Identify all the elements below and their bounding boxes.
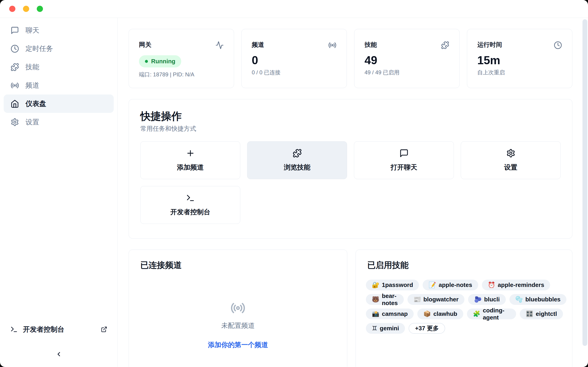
add-first-channel-link[interactable]: 添加你的第一个频道 (208, 341, 268, 349)
sidebar-nav: 聊天 定时任务 技能 频道 仪表盘 (0, 18, 117, 134)
app-body: 聊天 定时任务 技能 频道 仪表盘 (0, 18, 588, 367)
skills-card-header: 技能 (364, 41, 449, 49)
sidebar-item-label: 定时任务 (26, 44, 53, 53)
broadcast-icon (10, 81, 19, 90)
open-chat-button[interactable]: 打开聊天 (354, 141, 454, 179)
sidebar-item-label: 聊天 (26, 26, 39, 35)
quick-actions-grid: 添加频道 浏览技能 打开聊天 设置 (140, 141, 561, 224)
gateway-card-title: 网关 (139, 41, 151, 48)
skill-chip-bluebubbles: 🫧bluebubbles (510, 294, 567, 305)
lock-emoji-icon: 🔐 (372, 282, 379, 289)
plus-icon (186, 149, 195, 158)
skill-chip-camsnap: 📸camsnap (366, 309, 414, 319)
activity-icon (216, 41, 224, 49)
collapse-sidebar-button[interactable] (52, 348, 66, 360)
uptime-value: 15m (477, 54, 562, 67)
skill-chip-coding-agent: 🧩coding-agent (467, 309, 516, 319)
dashboard-main: 网关 Running 端口: 18789 | PID: N/A 频道 0 (118, 18, 588, 367)
skill-chip-apple-notes: 📝apple-notes (423, 280, 478, 290)
app-window: 聊天 定时任务 技能 频道 仪表盘 (0, 0, 588, 367)
skill-chip-1password: 🔐1password (366, 280, 419, 290)
developer-console-button[interactable]: 开发者控制台 (140, 186, 240, 224)
sidebar-item-label: 频道 (26, 81, 39, 90)
skill-name: blucli (484, 296, 500, 303)
developer-console-label: 开发者控制台 (23, 325, 64, 334)
broadcast-icon (230, 300, 246, 316)
scrollbar[interactable] (582, 19, 587, 346)
puzzle-icon (293, 149, 302, 158)
more-skills-chip[interactable]: +37 更多 (409, 323, 445, 334)
gateway-card: 网关 Running 端口: 18789 | PID: N/A (129, 29, 234, 88)
sidebar-item-skills[interactable]: 技能 (4, 58, 114, 76)
terminal-icon (10, 325, 18, 333)
skill-chip-eightctl: 🎛️eightctl (520, 309, 563, 319)
skill-chip-blogwatcher: 📰blogwatcher (407, 294, 465, 305)
chip-row: 🐻bear-notes 📰blogwatcher 🫐blucli 🫧bluebu… (366, 294, 563, 305)
bottom-row: 已连接频道 未配置频道 添加你的第一个频道 已启用技能 🔐1password 📝… (129, 250, 572, 367)
skill-name: gemini (380, 325, 399, 332)
uptime-card-title: 运行时间 (477, 41, 502, 48)
skill-chip-apple-reminders: ⏰apple-reminders (482, 280, 550, 290)
skill-chip-bear-notes: 🐻bear-notes (366, 294, 404, 305)
skills-card-title: 技能 (364, 41, 377, 48)
running-status-badge: Running (139, 55, 181, 67)
quick-actions-panel: 快捷操作 常用任务和快捷方式 添加频道 浏览技能 打开聊天 (129, 99, 572, 239)
skill-name: bluebubbles (525, 296, 561, 303)
sidebar-item-label: 技能 (26, 62, 39, 72)
titlebar (0, 0, 588, 18)
chat-icon (10, 26, 19, 35)
sidebar-item-scheduled-tasks[interactable]: 定时任务 (4, 40, 114, 58)
skill-name: camsnap (382, 310, 408, 317)
chat-icon (399, 149, 409, 158)
puzzle-emoji-icon: 🧩 (473, 310, 480, 317)
sidebar-item-channels[interactable]: 频道 (4, 76, 114, 94)
skills-chip-list: 🔐1password 📝apple-notes ⏰apple-reminders… (365, 280, 563, 334)
browse-skills-button[interactable]: 浏览技能 (247, 141, 347, 179)
skill-chip-blucli: 🫐blucli (468, 294, 506, 305)
external-link-icon (101, 326, 107, 333)
sidebar-item-dashboard[interactable]: 仪表盘 (4, 94, 114, 113)
close-button[interactable] (9, 6, 15, 12)
collapse-row (0, 348, 117, 360)
zoom-button[interactable] (37, 6, 43, 12)
chevron-left-icon (55, 351, 62, 358)
gear-icon (10, 118, 19, 126)
minimize-button[interactable] (23, 6, 29, 12)
sidebar-item-settings[interactable]: 设置 (4, 113, 114, 131)
bear-emoji-icon: 🐻 (372, 296, 379, 303)
chip-row: ♊gemini +37 更多 (366, 323, 563, 334)
chip-row: 🔐1password 📝apple-notes ⏰apple-reminders (366, 280, 563, 290)
chip-row: 📸camsnap 📦clawhub 🧩coding-agent 🎛️eightc… (366, 309, 563, 319)
skill-name: clawhub (433, 310, 457, 317)
gateway-detail: 端口: 18789 | PID: N/A (139, 71, 224, 78)
puzzle-icon (10, 63, 19, 71)
status-label: Running (151, 58, 175, 65)
developer-console-label: 开发者控制台 (170, 208, 210, 217)
knobs-emoji-icon: 🎛️ (526, 310, 533, 317)
home-icon (10, 100, 19, 108)
connected-channels-title: 已连接频道 (138, 260, 338, 270)
skills-detail: 49 / 49 已启用 (364, 69, 449, 76)
quick-actions-subtitle: 常用任务和快捷方式 (140, 125, 561, 133)
channels-card: 频道 0 0 / 0 已连接 (242, 29, 347, 88)
gateway-card-header: 网关 (139, 41, 224, 49)
channels-empty-state: 未配置频道 添加你的第一个频道 (138, 270, 338, 349)
add-channel-button[interactable]: 添加频道 (140, 141, 240, 179)
sidebar: 聊天 定时任务 技能 频道 仪表盘 (0, 18, 118, 367)
skills-count: 49 (364, 54, 449, 67)
add-channel-label: 添加频道 (177, 163, 204, 172)
settings-label: 设置 (504, 163, 518, 172)
developer-console-link[interactable]: 开发者控制台 (0, 321, 117, 337)
skill-name: apple-reminders (498, 282, 544, 289)
open-chat-label: 打开聊天 (391, 163, 417, 172)
newspaper-emoji-icon: 📰 (414, 296, 421, 303)
skill-name: eightctl (536, 310, 557, 317)
settings-button[interactable]: 设置 (461, 141, 561, 179)
uptime-detail: 自上次重启 (477, 69, 562, 76)
quick-actions-title: 快捷操作 (140, 110, 561, 122)
status-dot (145, 60, 148, 63)
skill-name: coding-agent (483, 307, 510, 321)
gemini-emoji-icon: ♊ (372, 325, 377, 332)
alarm-emoji-icon: ⏰ (488, 282, 495, 289)
sidebar-item-chat[interactable]: 聊天 (4, 21, 114, 40)
